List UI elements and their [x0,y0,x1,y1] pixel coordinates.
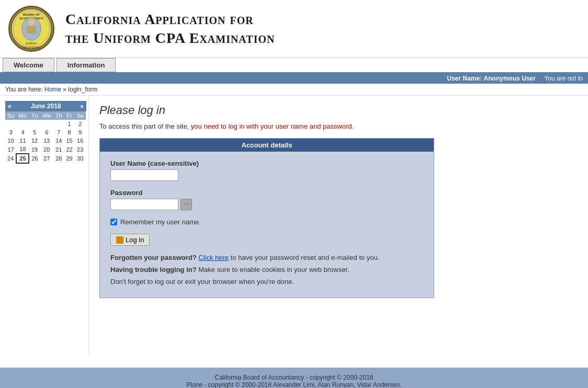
calendar-day[interactable]: 18 [16,145,29,154]
calendar-day[interactable]: 8 [64,128,75,136]
cal-header-tu: Tu [29,111,40,120]
tab-welcome[interactable]: Welcome [3,58,54,72]
calendar-day[interactable]: 25 [16,154,29,163]
footer-line1: California Board of Accountancy - copyri… [6,374,582,381]
intro-text: To access this part of the site, you nee… [99,122,578,130]
calendar-day[interactable]: 4 [16,128,29,136]
breadcrumb: You are here: Home » login_form [0,84,588,96]
svg-text:BOARD OF: BOARD OF [23,13,40,16]
calendar-day[interactable]: 23 [74,145,86,154]
username-value: Anonymous User [484,75,536,82]
calendar-day[interactable]: 3 [5,128,16,136]
calendar-day[interactable]: 2 [74,120,86,128]
calendar-day[interactable]: 1 [64,120,75,128]
calendar-day [5,120,16,128]
cal-header-sa: Sa [74,111,86,120]
signout-text: Don't forget to log out or exit your bro… [110,278,423,286]
calendar-table: Su Mo Tu We Th Fr Sa 1234567891011121314… [5,111,86,164]
breadcrumb-prefix: You are here: [5,86,43,93]
password-input[interactable] [110,199,178,210]
calendar-day[interactable]: 16 [74,136,86,145]
calendar-next[interactable]: » [80,102,84,110]
calendar-day[interactable]: 9 [74,128,86,136]
calendar-day[interactable]: 12 [29,136,40,145]
calendar-day [40,120,53,128]
remember-checkbox[interactable] [110,219,117,225]
password-icon-button[interactable]: ⋯ [180,199,192,210]
login-button-label: Log in [126,236,144,244]
calendar-day[interactable]: 22 [64,145,75,154]
calendar-day[interactable]: 28 [53,154,64,163]
calendar-day[interactable]: 26 [29,154,40,163]
calendar-day[interactable]: 21 [53,145,64,154]
account-box: Account details User Name (case-sensitiv… [99,138,434,298]
breadcrumb-home[interactable]: Home [44,86,61,93]
forgot-password-text: Forgotten your password? Click here to h… [110,254,423,261]
calendar-week: 17181920212223 [5,145,86,154]
calendar-header: « June 2018 » [5,101,86,111]
password-wrapper: ⋯ [110,199,423,210]
remember-row: Remember my user name. [110,218,423,226]
cal-header-mo: Mo [16,111,29,120]
page-title: Please log in [99,104,578,117]
calendar-day[interactable]: 24 [5,154,16,163]
calendar-week: 3456789 [5,128,86,136]
calendar-day [16,120,29,128]
main-content: Please log in To access this part of the… [89,96,588,357]
calendar-day[interactable]: 30 [74,154,86,163]
calendar-day[interactable]: 29 [64,154,75,163]
breadcrumb-current: login_form [68,86,97,93]
calendar-prev[interactable]: « [8,102,12,110]
forgot-link[interactable]: Click here [198,254,229,261]
site-logo: BOARD OF ACCOUNTANCY EUREKA CALIFORNIA [8,5,55,52]
footer: California Board of Accountancy - copyri… [0,368,588,388]
cal-header-we: We [40,111,53,120]
calendar-day[interactable]: 5 [29,128,40,136]
calendar-month: June 2018 [30,102,61,110]
calendar-day[interactable]: 15 [64,136,75,145]
calendar-week: 12 [5,120,86,128]
calendar-day[interactable]: 6 [40,128,53,136]
calendar-week: 24252627282930 [5,154,86,163]
account-box-header: Account details [100,139,434,152]
main-layout: « June 2018 » Su Mo Tu We Th Fr Sa [0,96,588,357]
calendar-day-headers: Su Mo Tu We Th Fr Sa [5,111,86,120]
password-label: Password [110,189,423,197]
intro-highlight: you need to log in with your user name a… [191,122,354,130]
username-input[interactable] [110,169,178,181]
calendar: « June 2018 » Su Mo Tu We Th Fr Sa [5,101,86,164]
calendar-day[interactable]: 13 [40,136,53,145]
calendar-week: 10111213141516 [5,136,86,145]
login-button[interactable]: Log in [110,234,150,246]
sidebar: « June 2018 » Su Mo Tu We Th Fr Sa [0,96,89,357]
svg-point-8 [28,19,35,26]
trouble-intro: Having trouble logging in? [110,266,197,273]
username-label: User Name (case-sensitive) [110,159,423,167]
site-header: BOARD OF ACCOUNTANCY EUREKA CALIFORNIA C… [0,0,588,58]
password-group: Password ⋯ [110,189,423,210]
calendar-day[interactable]: 14 [53,136,64,145]
forgot-rest: to have your password reset and e-mailed… [231,254,380,261]
username-group: User Name (case-sensitive) [110,159,423,181]
account-box-body: User Name (case-sensitive) Password ⋯ Re… [100,152,434,298]
calendar-day[interactable]: 20 [40,145,53,154]
calendar-day[interactable]: 27 [40,154,53,163]
status-bar: User Name: Anonymous User You are not lo [0,73,588,84]
svg-text:EUREKA: EUREKA [26,42,37,45]
logged-out-text: You are not lo [544,75,583,82]
username-label: User Name: [447,75,482,82]
calendar-day[interactable]: 10 [5,136,16,145]
cal-header-fr: Fr [64,111,75,120]
trouble-rest: Make sure to enable cookies in your web … [198,266,349,273]
calendar-day[interactable]: 19 [29,145,40,154]
calendar-day[interactable]: 17 [5,145,16,154]
tab-information[interactable]: Information [56,58,116,72]
breadcrumb-separator: » [63,86,66,93]
svg-rect-9 [27,26,36,33]
calendar-day[interactable]: 7 [53,128,64,136]
login-button-icon [116,236,123,244]
calendar-day [53,120,64,128]
calendar-day [29,120,40,128]
site-title: California Application for the Uniform C… [65,10,275,48]
calendar-day[interactable]: 11 [16,136,29,145]
